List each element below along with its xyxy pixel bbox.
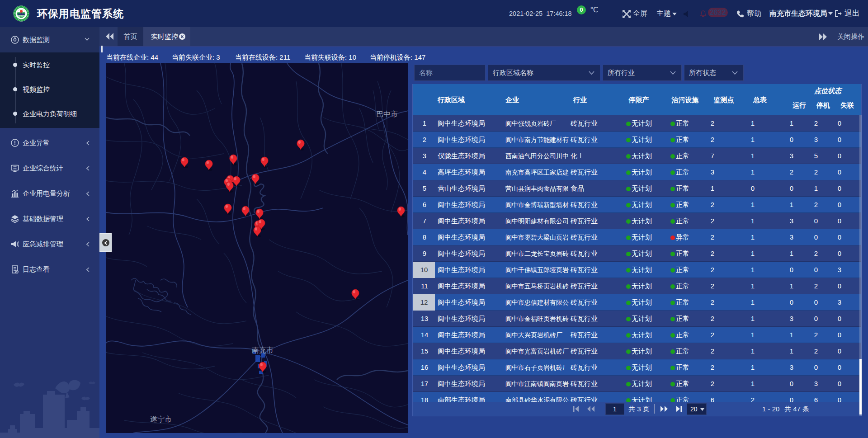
svg-text:巴中市: 巴中市 xyxy=(376,110,398,118)
svg-text:遂宁市: 遂宁市 xyxy=(150,415,172,423)
svg-text:南充市: 南充市 xyxy=(252,346,274,354)
